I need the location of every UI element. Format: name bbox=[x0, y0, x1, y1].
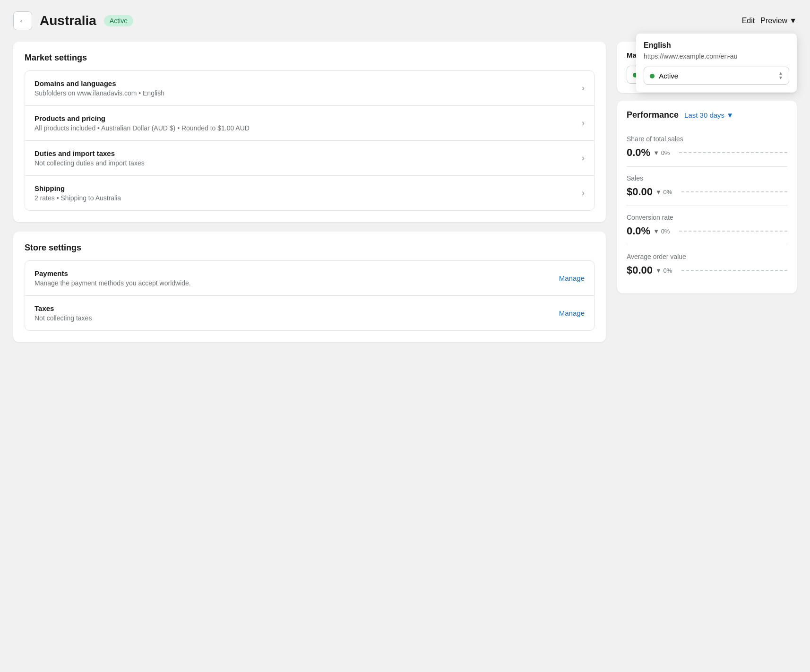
chevron-right-icon: › bbox=[582, 118, 585, 128]
chevron-right-icon: › bbox=[582, 188, 585, 198]
last-days-button[interactable]: Last 30 days ▼ bbox=[684, 111, 733, 119]
store-settings-list: Payments Manage the payment methods you … bbox=[25, 260, 595, 331]
sales-label: Sales bbox=[627, 174, 787, 182]
taxes-desc: Not collecting taxes bbox=[34, 314, 559, 322]
status-badge: Active bbox=[104, 15, 133, 26]
products-pricing-item[interactable]: Products and pricing All products includ… bbox=[25, 106, 594, 141]
preview-button[interactable]: Preview ▼ bbox=[760, 17, 797, 25]
back-button[interactable]: ← bbox=[13, 11, 32, 30]
share-value: 0.0% bbox=[627, 146, 650, 159]
payments-title: Payments bbox=[34, 269, 559, 277]
sales-value: $0.00 bbox=[627, 186, 653, 198]
sales-change: ▼ 0% bbox=[655, 189, 672, 196]
payments-manage-button[interactable]: Manage bbox=[559, 274, 585, 282]
payments-desc: Manage the payment methods you accept wo… bbox=[34, 279, 559, 287]
conversion-rate-metric: Conversion rate 0.0% ▼ 0% bbox=[627, 206, 787, 245]
share-label: Share of total sales bbox=[627, 135, 787, 143]
dashed-line bbox=[681, 270, 787, 271]
performance-card: Performance Last 30 days ▼ Share of tota… bbox=[617, 101, 797, 293]
header-actions: Edit Preview ▼ English https://www.examp… bbox=[742, 17, 797, 25]
market-settings-list: Domains and languages Subfolders on www.… bbox=[25, 70, 595, 211]
sales-metric: Sales $0.00 ▼ 0% bbox=[627, 167, 787, 206]
preview-chevron-icon: ▼ bbox=[789, 17, 797, 25]
performance-title: Performance bbox=[627, 110, 679, 120]
store-settings-title: Store settings bbox=[25, 243, 595, 253]
dashed-line bbox=[679, 152, 787, 153]
domains-languages-item[interactable]: Domains and languages Subfolders on www.… bbox=[25, 71, 594, 106]
taxes-manage-button[interactable]: Manage bbox=[559, 309, 585, 317]
store-settings-card: Store settings Payments Manage the payme… bbox=[13, 232, 606, 342]
preview-lang: English bbox=[644, 41, 789, 50]
left-panel: Market settings Domains and languages Su… bbox=[13, 42, 606, 342]
conversion-label: Conversion rate bbox=[627, 214, 787, 221]
status-select-label: Active bbox=[659, 72, 678, 80]
duties-taxes-desc: Not collecting duties and import taxes bbox=[34, 159, 576, 167]
select-arrows-icon: ▲ ▼ bbox=[778, 71, 783, 80]
shipping-title: Shipping bbox=[34, 184, 576, 192]
back-icon: ← bbox=[18, 16, 27, 26]
status-select-left: Active bbox=[650, 72, 678, 80]
payments-item: Payments Manage the payment methods you … bbox=[25, 261, 594, 296]
domains-languages-title: Domains and languages bbox=[34, 79, 576, 87]
products-pricing-title: Products and pricing bbox=[34, 114, 576, 122]
duties-taxes-item[interactable]: Duties and import taxes Not collecting d… bbox=[25, 141, 594, 176]
shipping-desc: 2 rates • Shipping to Australia bbox=[34, 194, 576, 202]
market-settings-card: Market settings Domains and languages Su… bbox=[13, 42, 606, 222]
preview-label: Preview bbox=[760, 17, 787, 25]
preview-dropdown: English https://www.example.com/en-au Ac… bbox=[636, 34, 797, 92]
taxes-title: Taxes bbox=[34, 304, 559, 312]
performance-header: Performance Last 30 days ▼ bbox=[627, 110, 787, 120]
period-chevron-icon: ▼ bbox=[726, 111, 733, 119]
taxes-item: Taxes Not collecting taxes Manage bbox=[25, 296, 594, 330]
active-dot-icon bbox=[650, 74, 655, 78]
share-change: ▼ 0% bbox=[653, 149, 670, 156]
page-title: Australia bbox=[40, 13, 96, 28]
conversion-value: 0.0% bbox=[627, 225, 650, 237]
chevron-right-icon: › bbox=[582, 83, 585, 93]
period-label: Last 30 days bbox=[684, 111, 724, 119]
status-select[interactable]: Active ▲ ▼ bbox=[644, 67, 789, 85]
avg-order-value-metric: Average order value $0.00 ▼ 0% bbox=[627, 245, 787, 284]
domains-languages-desc: Subfolders on www.ilanadavis.com • Engli… bbox=[34, 89, 576, 97]
shipping-item[interactable]: Shipping 2 rates • Shipping to Australia… bbox=[25, 176, 594, 210]
avg-order-label: Average order value bbox=[627, 253, 787, 260]
market-settings-title: Market settings bbox=[25, 53, 595, 63]
duties-taxes-title: Duties and import taxes bbox=[34, 149, 576, 157]
avg-order-change: ▼ 0% bbox=[655, 267, 672, 274]
page-header: ← Australia Active Edit Preview ▼ Englis… bbox=[13, 11, 797, 30]
products-pricing-desc: All products included • Australian Dolla… bbox=[34, 124, 576, 132]
dashed-line bbox=[681, 191, 787, 192]
share-of-total-sales-metric: Share of total sales 0.0% ▼ 0% bbox=[627, 128, 787, 167]
conversion-change: ▼ 0% bbox=[653, 228, 670, 235]
chevron-right-icon: › bbox=[582, 153, 585, 163]
edit-button[interactable]: Edit bbox=[742, 17, 755, 25]
preview-url: https://www.example.com/en-au bbox=[644, 52, 789, 60]
dashed-line bbox=[679, 231, 787, 232]
header-left: ← Australia Active bbox=[13, 11, 133, 30]
avg-order-value: $0.00 bbox=[627, 264, 653, 276]
